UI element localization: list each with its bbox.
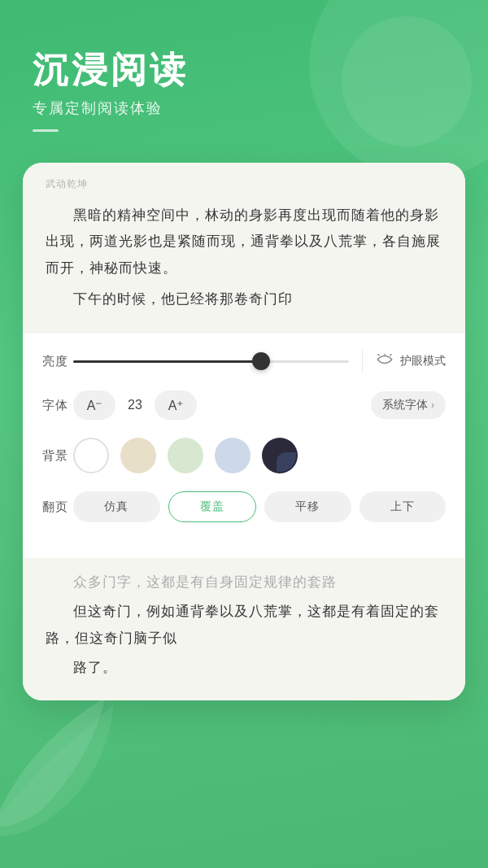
reading-area-top: 武动乾坤 黑暗的精神空间中，林动的身影再度出现而随着他的身影出现，两道光影也是紧…: [23, 163, 465, 334]
pageturn-content: 仿真 覆盖 平移 上下: [73, 491, 446, 522]
font-label: 字体: [42, 398, 73, 413]
bottom-main-text: 但这奇门，例如通背拳以及八荒掌，这都是有着固定的套路，但这奇门脑子似 路了。: [46, 599, 442, 681]
background-white[interactable]: [73, 438, 109, 473]
font-family-button[interactable]: 系统字体 ›: [371, 391, 446, 419]
pageturn-vertical[interactable]: 上下: [359, 491, 447, 522]
bottom-paragraph-1: 但这奇门，例如通背拳以及八荒掌，这都是有着固定的套路，但这奇门脑子似: [46, 599, 442, 652]
book-title: 武动乾坤: [46, 177, 442, 191]
slider-track: [73, 360, 349, 363]
background-label: 背景: [42, 448, 73, 464]
reading-paragraph-2-partial: 下午的时候，他已经将那卷奇门印: [46, 286, 442, 312]
font-row: 字体 A⁻ 23 A⁺ 系统字体 ›: [42, 390, 446, 420]
font-content: A⁻ 23 A⁺ 系统字体 ›: [73, 390, 446, 420]
pageturn-slide[interactable]: 平移: [264, 491, 351, 522]
background-content: [73, 438, 446, 473]
pageturn-cover[interactable]: 覆盖: [168, 491, 257, 522]
svg-line-0: [378, 354, 379, 355]
svg-line-2: [390, 354, 391, 355]
eye-icon: [376, 354, 394, 369]
font-increase-button[interactable]: A⁺: [155, 390, 197, 420]
deco-leaf: [0, 681, 138, 844]
reading-area-bottom: 众多门字，这都是有自身固定规律的套路 但这奇门，例如通背拳以及八荒掌，这都是有着…: [23, 558, 465, 700]
background-mint[interactable]: [168, 438, 203, 473]
brightness-slider-wrap[interactable]: [73, 353, 349, 369]
reading-paragraph-1: 黑暗的精神空间中，林动的身影再度出现而随着他的身影出现，两道光影也是紧随而现，通…: [46, 203, 442, 281]
background-lavender[interactable]: [215, 438, 251, 473]
bottom-blur-paragraph: 众多门字，这都是有自身固定规律的套路: [46, 569, 442, 595]
font-size-display: 23: [124, 398, 146, 412]
pageturn-label: 翻页: [42, 499, 73, 515]
brightness-divider: [362, 350, 363, 373]
pageturn-row: 翻页 仿真 覆盖 平移 上下: [42, 491, 446, 522]
bottom-blur-text: 众多门字，这都是有自身固定规律的套路: [46, 569, 442, 595]
font-decrease-button[interactable]: A⁻: [73, 390, 115, 420]
main-card: 武动乾坤 黑暗的精神空间中，林动的身影再度出现而随着他的身影出现，两道光影也是紧…: [23, 163, 465, 700]
font-family-label: 系统字体: [382, 398, 428, 412]
page-title: 沉浸阅读: [33, 49, 189, 92]
chevron-right-icon: ›: [431, 399, 434, 411]
page-subtitle: 专属定制阅读体验: [33, 98, 189, 118]
brightness-row: 亮度: [42, 350, 446, 373]
settings-panel: 亮度: [23, 334, 465, 558]
eye-mode-label: 护眼模式: [400, 354, 446, 369]
slider-thumb[interactable]: [252, 352, 270, 370]
background-cream[interactable]: [120, 438, 156, 473]
background-row: 背景: [42, 438, 446, 473]
brightness-label: 亮度: [42, 354, 73, 369]
header-underline: [33, 129, 59, 132]
eye-mode-section: 护眼模式: [376, 354, 446, 369]
header-section: 沉浸阅读 专属定制阅读体验: [33, 49, 189, 132]
background-dark[interactable]: [262, 438, 298, 473]
pageturn-simulation[interactable]: 仿真: [73, 491, 160, 522]
deco-circle-2: [342, 16, 472, 146]
slider-fill: [73, 360, 261, 363]
bottom-paragraph-2: 路了。: [46, 655, 442, 681]
brightness-content: 护眼模式: [73, 350, 446, 373]
reading-text-top: 黑暗的精神空间中，林动的身影再度出现而随着他的身影出现，两道光影也是紧随而现，通…: [46, 203, 442, 312]
